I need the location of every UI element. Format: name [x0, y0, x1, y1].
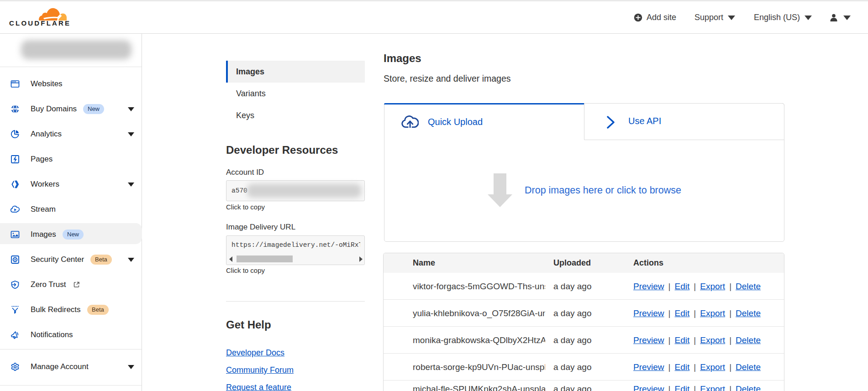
svg-text:www: www: [13, 108, 17, 110]
